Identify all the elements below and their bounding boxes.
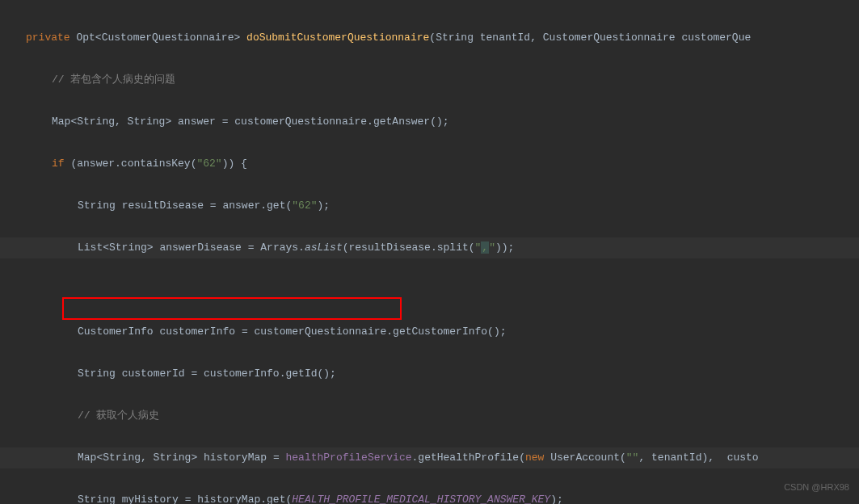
code-line: List<String> answerDisease = Arrays.asLi… <box>0 237 859 258</box>
keyword: private <box>26 32 70 44</box>
code-line: // 获取个人病史 <box>0 405 859 426</box>
code-line: String resultDisease = answer.get("62"); <box>0 195 859 216</box>
code-line: String customerId = customerInfo.getId()… <box>0 363 859 384</box>
comment: // 若包含个人病史的问题 <box>52 74 175 86</box>
watermark: CSDN @HRX98 <box>784 477 849 498</box>
code-line: private Opt<CustomerQuestionnaire> doSub… <box>0 27 859 48</box>
code-line: if (answer.containsKey("62")) { <box>0 153 859 174</box>
type: Opt<CustomerQuestionnaire> <box>76 32 240 44</box>
code-line: CustomerInfo customerInfo = customerQues… <box>0 321 859 342</box>
code-line: Map<String, String> answer = customerQue… <box>0 111 859 132</box>
code-line: // 若包含个人病史的问题 <box>0 69 859 90</box>
code-line <box>0 279 859 300</box>
code-line: String myHistory = historyMap.get(HEALTH… <box>0 489 859 504</box>
code-line: Map<String, String> historyMap = healthP… <box>0 447 859 468</box>
method-name: doSubmitCustomerQuestionnaire <box>246 32 429 44</box>
code-editor[interactable]: private Opt<CustomerQuestionnaire> doSub… <box>0 0 859 504</box>
